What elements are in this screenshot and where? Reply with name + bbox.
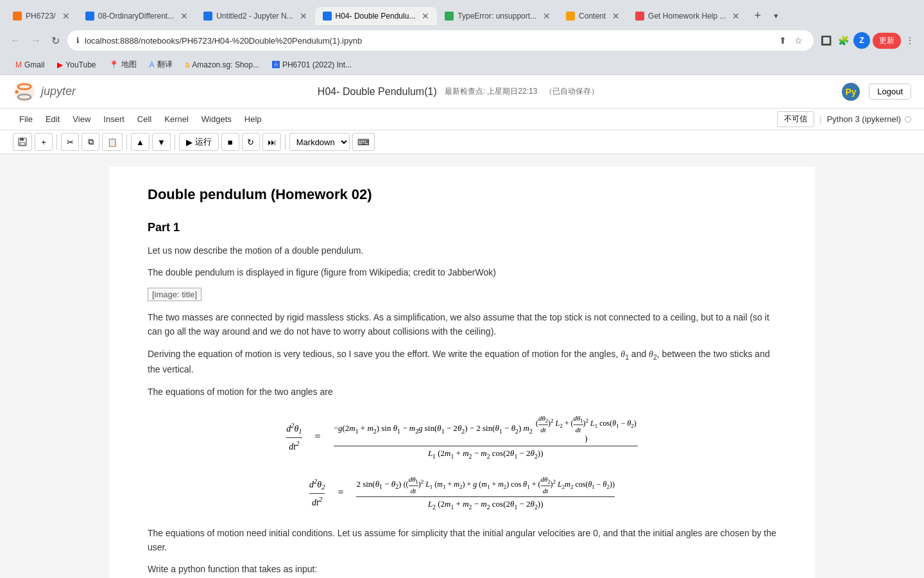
save-button[interactable] [13, 133, 32, 151]
menu-widgets[interactable]: Widgets [195, 112, 238, 127]
run-button[interactable]: ▶ 运行 [179, 133, 219, 151]
menu-edit[interactable]: Edit [39, 112, 66, 127]
bookmark-star-icon[interactable]: ☆ [792, 33, 805, 48]
copy-button[interactable]: ⧉ [81, 133, 99, 151]
menubar-right: 不可信 | Python 3 (ipykernel) [777, 111, 911, 127]
tab-h04-active[interactable]: H04- Double Pendulu... ✕ [315, 7, 438, 25]
para-6: The equations of motion need initial con… [148, 526, 776, 555]
move-down-button[interactable]: ▼ [152, 133, 171, 151]
equation-2: d2θ2 dt2 = 2 sin(θ1 − θ2) ((dθ1dt)2 L1 (… [148, 475, 776, 511]
bookmark-ph6701[interactable]: 🅰 PH6701 (2022) Int... [267, 58, 357, 71]
tab-content[interactable]: Content ✕ [558, 7, 628, 25]
bookmark-youtube[interactable]: ▶ YouTube [52, 58, 101, 71]
menu-file[interactable]: File [13, 112, 39, 127]
restart-run-button[interactable]: ⏭ [262, 133, 281, 151]
tab-close-7[interactable]: ✕ [732, 11, 740, 21]
tab-title-2: 08-OrdinaryDifferent... [98, 12, 175, 21]
menu-view[interactable]: View [66, 112, 97, 127]
tab-close-1[interactable]: ✕ [62, 11, 70, 21]
menu-kernel[interactable]: Kernel [158, 112, 195, 127]
url-action-area: ⬆ ☆ [777, 33, 805, 48]
paste-button[interactable]: 📋 [102, 133, 123, 151]
tab-favicon-4 [323, 12, 332, 21]
bookmark-gmail[interactable]: M Gmail [10, 58, 49, 71]
eq1-lhs-den: dt2 [289, 438, 299, 452]
new-tab-button[interactable]: + [748, 5, 767, 26]
tab-08-ode[interactable]: 08-OrdinaryDifferent... ✕ [78, 7, 196, 25]
tab-close-4[interactable]: ✕ [422, 11, 429, 21]
forward-button[interactable]: → [28, 32, 44, 49]
autosave-text: （已自动保存） [545, 86, 599, 97]
tab-list-button[interactable]: ▾ [767, 7, 785, 24]
bookmark-translate-label: 翻译 [157, 59, 173, 70]
tab-ph6723[interactable]: PH6723/ ✕ [5, 7, 78, 25]
extension-icon-1[interactable]: 🔲 [819, 33, 834, 48]
ph6701-favicon: 🅰 [272, 60, 280, 69]
eq2-lhs-den: dt2 [312, 494, 322, 508]
jupyter-header: jupyter H04- Double Pendulum(1) 最新检查点: 上… [0, 75, 924, 109]
bookmark-maps-label: 地图 [121, 59, 137, 70]
update-button[interactable]: 更新 [873, 33, 901, 49]
translate-favicon: A [150, 60, 155, 69]
para-2: The double pendulum is displayed in figu… [148, 265, 776, 279]
kernel-status-area: Python 3 (ipykernel) [826, 114, 911, 124]
tab-favicon-3 [203, 12, 212, 21]
back-button[interactable]: ← [8, 32, 23, 49]
logout-button[interactable]: Logout [869, 83, 911, 100]
add-cell-button[interactable]: + [35, 133, 53, 151]
tab-close-3[interactable]: ✕ [300, 11, 307, 21]
eq2-lhs: d2θ2 dt2 [309, 478, 325, 507]
bookmark-translate[interactable]: A 翻译 [144, 57, 178, 72]
bookmark-amazon[interactable]: a Amazon.sg: Shop... [180, 58, 264, 71]
menu-insert[interactable]: Insert [97, 112, 131, 127]
jupyter-app: jupyter H04- Double Pendulum(1) 最新检查点: 上… [0, 75, 924, 578]
para-4: Deriving the equation of motion is very … [148, 347, 776, 377]
profile-avatar[interactable]: Z [853, 32, 870, 49]
browser-window: PH6723/ ✕ 08-OrdinaryDifferent... ✕ Unti… [0, 0, 924, 578]
tab-title-6: Content [579, 12, 606, 21]
browser-action-area: 🔲 🧩 Z 更新 ⋮ [819, 32, 916, 49]
tab-favicon-7 [635, 12, 644, 21]
move-up-button[interactable]: ▲ [131, 133, 150, 151]
reload-button[interactable]: ↻ [49, 32, 62, 49]
tab-close-6[interactable]: ✕ [612, 11, 620, 21]
tab-title-7: Get Homework Help ... [648, 12, 726, 21]
para-5: The equations of motion for the two angl… [148, 385, 776, 399]
tab-homework[interactable]: Get Homework Help ... ✕ [628, 7, 748, 25]
part1-heading: Part 1 [148, 221, 776, 234]
cell-type-select[interactable]: Markdown [289, 133, 350, 151]
cut-button[interactable]: ✂ [61, 133, 79, 151]
menu-cell[interactable]: Cell [131, 112, 158, 127]
bookmarks-bar: M Gmail ▶ YouTube 📍 地图 A 翻译 a Amazon.sg:… [0, 55, 924, 75]
stop-button[interactable]: ■ [221, 133, 239, 151]
bookmark-maps[interactable]: 📍 地图 [104, 57, 142, 72]
tab-close-2[interactable]: ✕ [180, 11, 188, 21]
security-icon: ℹ [76, 36, 80, 45]
toolbar-sep-1 [56, 134, 57, 150]
menu-dots-icon[interactable]: ⋮ [903, 33, 916, 48]
amazon-favicon: a [185, 60, 190, 69]
keyboard-shortcut-button[interactable]: ⌨ [352, 133, 375, 151]
eq1-rhs: −g(2m1 + m2) sin θ1 − m2g sin(θ1 − 2θ2) … [334, 414, 638, 460]
eq1-rhs-denominator: L1 (2m1 + m2 − m2 cos(2θ1 − 2θ2)) [428, 446, 543, 460]
jupyter-title-area: H04- Double Pendulum(1) 最新检查点: 上星期日22:13… [318, 86, 599, 98]
notebook-main-title: Double pendulum (Homework 02) [148, 186, 776, 208]
toolbar-sep-4 [285, 134, 286, 150]
restart-button[interactable]: ↻ [242, 133, 260, 151]
maps-favicon: 📍 [109, 60, 119, 69]
tab-untitled2[interactable]: Untitled2 - Jupyter N... ✕ [196, 7, 314, 25]
save-icon [18, 137, 27, 146]
notebook-title[interactable]: H04- Double Pendulum(1) [318, 86, 437, 98]
menu-help[interactable]: Help [238, 112, 268, 127]
share-icon[interactable]: ⬆ [777, 33, 789, 48]
equation-1: d2θ1 dt2 = −g(2m1 + m2) sin θ1 − m2g sin… [148, 414, 776, 460]
tab-typeerror[interactable]: TypeError: unsupport... ✕ [437, 7, 558, 25]
youtube-favicon: ▶ [57, 60, 63, 69]
tab-close-5[interactable]: ✕ [543, 11, 551, 21]
puzzle-icon[interactable]: 🧩 [836, 33, 851, 48]
run-icon: ▶ [186, 137, 193, 147]
url-bar[interactable]: ℹ localhost:8888/notebooks/PH6723/H04-%2… [67, 30, 814, 51]
kernel-indicator-icon [905, 116, 911, 123]
tab-favicon-2 [85, 12, 94, 21]
not-trusted-badge[interactable]: 不可信 [777, 111, 814, 127]
